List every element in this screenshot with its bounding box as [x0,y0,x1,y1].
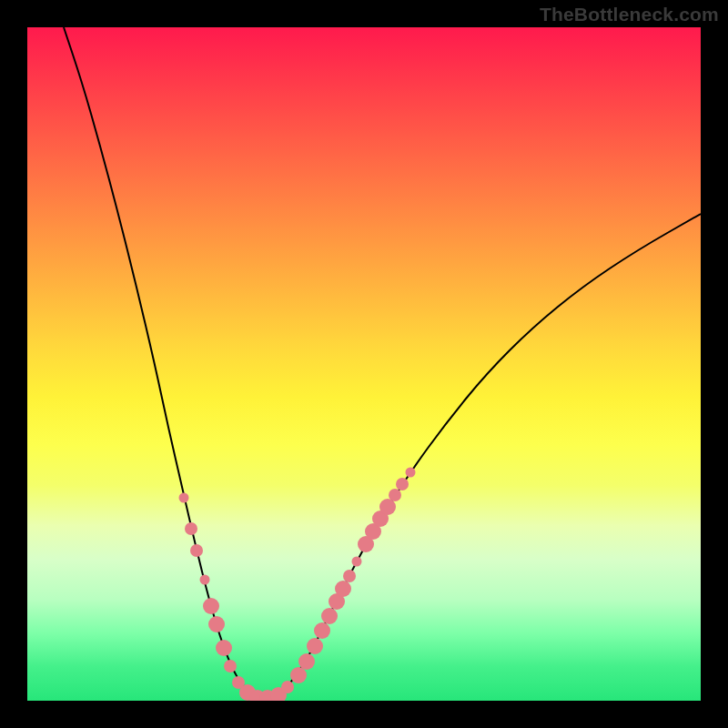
marker-dot [406,468,416,478]
plot-area [27,27,701,701]
marker-dot [200,575,210,585]
marker-dot [216,640,232,656]
marker-dot [259,690,276,701]
marker-dot [249,690,266,701]
marker-dot [358,536,374,552]
marker-dot [190,544,203,557]
marker-dot [185,522,197,535]
marker-dot [314,622,330,639]
marker-dot [298,653,315,670]
marker-dot [321,608,338,624]
marker-dot [372,511,389,527]
marker-group [179,468,416,702]
marker-dot [365,523,381,540]
curve-layer [27,27,701,701]
marker-dot [343,570,356,582]
marker-dot [352,557,362,567]
marker-dot [290,667,307,683]
chart-container: TheBottleneck.com [0,0,728,728]
marker-dot [389,489,401,501]
marker-dot [379,499,396,515]
marker-dot [208,616,225,632]
bottleneck-curve [64,27,701,698]
marker-dot [281,681,294,693]
marker-dot [203,598,219,614]
watermark-text: TheBottleneck.com [540,4,719,25]
marker-dot [335,581,351,597]
marker-dot [224,660,237,672]
marker-dot [307,638,323,654]
marker-dot [270,687,287,701]
marker-dot [329,593,345,610]
marker-dot [239,684,256,701]
marker-dot [232,676,245,689]
marker-dot [179,493,189,503]
marker-dot [396,478,409,490]
